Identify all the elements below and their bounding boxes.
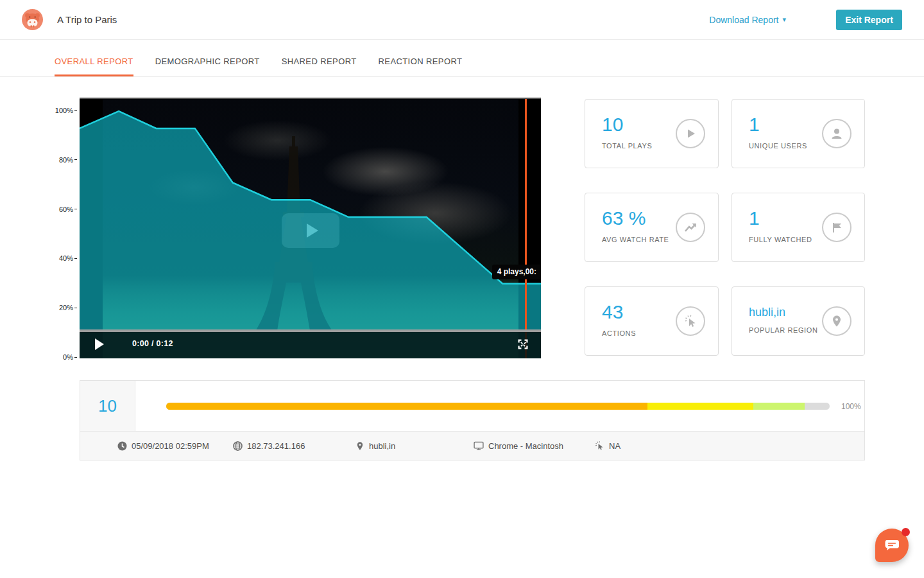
page-title: A Trip to Paris [57,14,117,25]
stat-cards-grid: 10 TOTAL PLAYS 1 UNIQUE USERS 63 % AVG W… [585,99,865,356]
fullscreen-icon[interactable] [517,338,529,351]
stat-card-fully-watched: 1 FULLY WATCHED [732,193,865,262]
progress-segment [166,403,647,410]
clock-icon [117,441,127,451]
detail-ip-address: 182.73.241.166 [233,441,355,451]
seekbar[interactable] [80,329,541,332]
globe-icon [233,441,243,451]
stat-card-avg-watch-rate: 63 % AVG WATCH RATE [585,193,719,262]
video-player[interactable]: 100%80%60%40%20%0% 4 plays,00: 0 [80,98,541,358]
trend-up-icon [676,213,705,242]
watch-percent-label: 100% [841,402,861,411]
chart-tooltip: 4 plays,00: [492,265,541,279]
report-content: 100%80%60%40%20%0% 4 plays,00: 0 [0,77,924,577]
y-axis-tick: 60% [59,206,77,213]
detail-location: hubli,in [355,441,474,451]
click-icon [676,306,705,336]
hippo-logo-icon [22,9,43,30]
viewer-row-summary: 10 100% [80,381,864,431]
exit-report-button[interactable]: Exit Report [836,10,902,30]
retention-area-chart [80,99,541,358]
download-report-link[interactable]: Download Report ▾ [709,15,786,25]
stat-card-actions: 43 ACTIONS [585,286,719,356]
video-controls: 0:00 / 0:12 [80,329,541,358]
detail-action: NA [594,441,646,451]
caret-down-icon: ▾ [782,15,786,24]
flag-icon [822,213,851,242]
tab-reaction-report[interactable]: REACTION REPORT [379,40,463,76]
chart-y-axis: 100%80%60%40%20%0% [50,99,77,358]
stat-card-unique-users: 1 UNIQUE USERS [732,99,865,168]
detail-timestamp: 05/09/2018 02:59PM [117,441,233,451]
play-icon [676,119,705,148]
y-axis-tick: 80% [59,156,77,164]
watch-progress-bar [166,403,830,410]
map-pin-icon [822,306,851,336]
user-icon [822,119,851,148]
y-axis-tick: 100% [55,107,77,114]
stat-card-popular-region: hubli,in POPULAR REGION [732,286,865,356]
y-axis-tick: 0% [63,353,77,361]
chat-bubble-icon [884,539,900,552]
tab-overall-report[interactable]: OVERALL REPORT [55,40,133,76]
y-axis-tick: 20% [59,304,77,311]
unread-badge [902,528,910,536]
map-pin-icon [355,441,364,451]
stat-card-total-plays: 10 TOTAL PLAYS [585,99,719,168]
click-icon [594,441,604,451]
tab-shared-report[interactable]: SHARED REPORT [282,40,357,76]
monitor-icon [474,441,484,451]
viewer-row: 10 100% 05/09/2018 02:59PM 182.73.241.16… [80,380,865,460]
report-tabbar: OVERALL REPORT DEMOGRAPHIC REPORT SHARED… [0,40,924,77]
play-icon[interactable] [95,338,104,350]
progress-segment [753,403,805,410]
tab-demographic-report[interactable]: DEMOGRAPHIC REPORT [155,40,260,76]
time-display: 0:00 / 0:12 [132,339,173,348]
header: A Trip to Paris Download Report ▾ Exit R… [0,0,924,40]
viewer-play-count: 10 [80,381,135,431]
chat-launcher-button[interactable] [875,529,909,562]
report-page: A Trip to Paris Download Report ▾ Exit R… [0,0,924,578]
viewer-details-row: 05/09/2018 02:59PM 182.73.241.166 hubli,… [80,431,864,460]
playhead-marker-line [525,99,527,358]
y-axis-tick: 40% [59,254,77,262]
detail-browser-os: Chrome - Macintosh [474,441,594,451]
progress-segment [647,403,753,410]
